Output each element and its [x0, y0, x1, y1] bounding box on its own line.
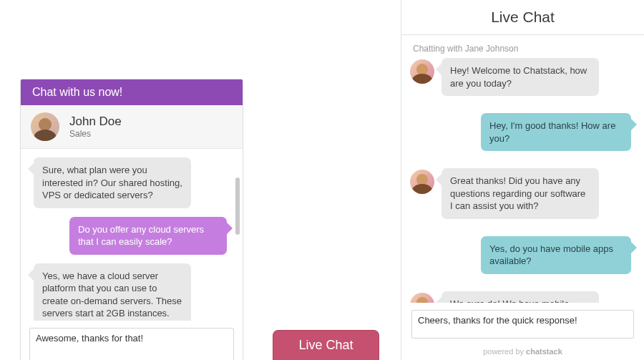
message-input[interactable] [29, 328, 234, 360]
operator-avatar-icon [410, 170, 434, 194]
scrollbar-thumb[interactable] [235, 177, 240, 235]
chat-panel-teal: Live Chat Chatting with Jane Johnson Hey… [401, 0, 644, 360]
operator-message: Great thanks! Did you have any questions… [441, 168, 599, 219]
operator-message: Yes, we have a cloud server platform tha… [34, 263, 191, 321]
message-row: We sure do! We have mobile apps availabl… [410, 291, 635, 303]
operator-message: Hey! Welcome to Chatstack, how are you t… [441, 58, 599, 96]
message-row: Great thanks! Did you have any questions… [410, 168, 635, 228]
input-area [21, 321, 243, 360]
message-input[interactable] [411, 310, 634, 339]
agent-role: Sales [69, 129, 122, 139]
message-list[interactable]: Sure, what plan were you interested in? … [21, 149, 243, 321]
operator-message: Sure, what plan were you interested in? … [34, 157, 191, 208]
agent-bar: John Doe Sales [21, 105, 243, 149]
chatting-with-label: Chatting with Jane Johnson [401, 35, 644, 58]
visitor-message: Yes, do you have mobile apps available? [481, 236, 631, 274]
panel-title: Live Chat [401, 0, 644, 35]
powered-brand: chatstack [526, 347, 562, 356]
visitor-message: Hey, I'm good thanks! How are you? [481, 113, 631, 151]
agent-name: John Doe [69, 115, 122, 129]
live-chat-tab-button[interactable]: Live Chat [273, 330, 379, 360]
operator-avatar-icon [410, 293, 434, 303]
powered-prefix: powered by [483, 347, 526, 356]
visitor-message: Do you offer any cloud servers that I ca… [69, 217, 227, 255]
agent-info: John Doe Sales [69, 115, 122, 139]
message-row: Hey! Welcome to Chatstack, how are you t… [410, 58, 635, 104]
powered-by[interactable]: powered by chatstack [401, 344, 644, 360]
message-list[interactable]: Hey! Welcome to Chatstack, how are you t… [401, 58, 644, 303]
message-row: Hey, I'm good thanks! How are you? [410, 113, 635, 160]
input-area [401, 303, 644, 344]
widget-header-title: Chat with us now! [32, 86, 231, 99]
agent-avatar-icon [31, 112, 59, 141]
chat-widget-purple: Chat with us now! John Doe Sales Sure, w… [20, 79, 243, 360]
message-row: Yes, do you have mobile apps available? [410, 236, 635, 283]
operator-message: We sure do! We have mobile apps availabl… [441, 291, 599, 303]
live-chat-tab-label: Live Chat [298, 338, 353, 353]
operator-avatar-icon [410, 59, 434, 84]
widget-header[interactable]: Chat with us now! [21, 79, 243, 105]
